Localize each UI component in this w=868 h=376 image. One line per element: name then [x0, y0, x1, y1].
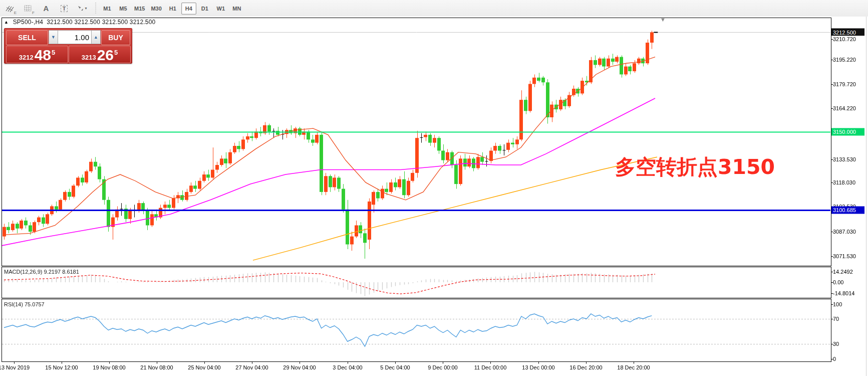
timeframe-m1-button[interactable]: M1: [100, 3, 115, 15]
timeframe-w1-button[interactable]: W1: [213, 3, 228, 15]
volume-input[interactable]: [58, 30, 91, 44]
timeframe-m5-button[interactable]: M5: [116, 3, 131, 15]
ask-price-display[interactable]: 3213265: [69, 46, 131, 63]
time-axis-label: 15 Nov 12:00: [45, 364, 78, 370]
volume-decrease-button[interactable]: ▼: [49, 30, 58, 44]
macd-axis-label: 14.2492: [833, 269, 853, 275]
bid-price-display[interactable]: 3212485: [6, 46, 68, 63]
sell-button[interactable]: SELL: [6, 30, 48, 45]
timeframe-m30-button[interactable]: M30: [148, 3, 164, 15]
price-axis-label: 3087.030: [833, 229, 856, 235]
chart-window: ▲ SP500-,H4 3212.500 3212.500 3212.500 3…: [0, 17, 868, 376]
time-axis-label: 9 Dec 00:00: [428, 364, 457, 370]
toolbar-separator: [95, 3, 96, 15]
buy-button[interactable]: BUY: [101, 30, 130, 45]
bid-small-digits: 3212: [19, 53, 34, 62]
price-axis-label: 3164.220: [833, 105, 856, 111]
rsi-axis-label: 70: [833, 316, 839, 322]
time-axis-label: 29 Nov 04:00: [283, 364, 316, 370]
ask-big-digits: 26: [97, 49, 114, 62]
symbol-period: SP500-,H4: [13, 19, 44, 26]
collapse-triangle-icon[interactable]: ▲: [4, 20, 9, 25]
macd-main-value: 9.2197: [44, 269, 61, 275]
rsi-axis-label: 100: [833, 301, 842, 307]
time-axis-label: 27 Nov 04:00: [235, 364, 268, 370]
timeframe-mn-button[interactable]: MN: [229, 3, 244, 15]
blue-line-badge: 3100.685: [831, 206, 864, 214]
indicators-icon[interactable]: E: [2, 2, 18, 16]
ask-sup-digit: 5: [114, 50, 118, 56]
timeframe-h1-button[interactable]: H1: [165, 3, 180, 15]
time-axis-label: 18 Dec 20:00: [617, 364, 650, 370]
timeframe-d1-button[interactable]: D1: [197, 3, 212, 15]
ask-small-digits: 3213: [82, 53, 96, 62]
time-axis-label: 16 Dec 20:00: [569, 364, 602, 370]
chart-shift-marker-icon[interactable]: ▼: [660, 17, 666, 23]
time-axis-label: 19 Nov 08:00: [93, 364, 125, 370]
current-price-badge: 3212.500: [831, 29, 864, 36]
macd-label: MACD(12,26,9) 9.2197 8.6181: [4, 269, 79, 275]
quote-open: 3212.500: [47, 19, 73, 26]
price-axis-label: 3118.030: [833, 179, 855, 185]
bid-sup-digit: 5: [52, 50, 55, 56]
timeframe-h4-button[interactable]: H4: [181, 3, 196, 15]
timeframe-m15-button[interactable]: M15: [132, 3, 147, 15]
time-axis-label: 11 Dec 00:00: [474, 364, 507, 370]
rsi-label: RSI(14) 75.0757: [4, 301, 45, 307]
time-axis-label: 13 Dec 00:00: [522, 364, 554, 370]
window-right-edge: [866, 17, 866, 376]
time-axis-label: 13 Nov 2019: [0, 364, 30, 370]
toolbar: E F A T ▾ M1 M5 M15 M30 H1 H4 D1 W1 MN: [0, 0, 868, 17]
textbox-icon[interactable]: T: [56, 2, 72, 16]
macd-signal-value: 8.6181: [62, 269, 79, 275]
time-axis-label: 3 Dec 04:00: [333, 364, 362, 370]
quote-low: 3212.500: [102, 19, 128, 26]
price-axis-label: 3210.720: [833, 36, 856, 42]
chart-annotation-text[interactable]: 多空转折点3150: [615, 153, 775, 181]
time-axis-label: 5 Dec 04:00: [380, 364, 410, 370]
price-axis-label: 3195.220: [833, 57, 856, 63]
volume-increase-button[interactable]: ▲: [91, 30, 101, 44]
text-icon[interactable]: A: [38, 2, 54, 16]
chart-canvas[interactable]: [0, 17, 868, 376]
grid-icon[interactable]: F: [20, 2, 36, 16]
time-axis-label: 21 Nov 08:00: [140, 364, 173, 370]
green-line-badge: 3150.000: [831, 128, 864, 135]
rsi-value: 75.0757: [25, 301, 45, 307]
volume-stepper: ▼ ▲: [49, 30, 101, 44]
macd-axis-label: 0.00: [833, 279, 843, 285]
quote-close: 3212.500: [130, 19, 156, 26]
bid-big-digits: 48: [35, 49, 51, 62]
price-axis-label: 3133.530: [833, 156, 856, 162]
macd-axis-label: -14.8014: [833, 290, 854, 296]
one-click-trading-panel: SELL ▼ ▲ BUY 3212485 3213265: [4, 28, 132, 64]
time-axis-label: 25 Nov 04:00: [188, 364, 220, 370]
quote-high: 3212.500: [74, 19, 100, 26]
mt4-application-window: E F A T ▾ M1 M5 M15 M30 H1 H4 D1 W1 MN ▲: [0, 0, 868, 376]
quote-header: ▲ SP500-,H4 3212.500 3212.500 3212.500 3…: [4, 19, 156, 26]
price-axis-label: 3179.720: [833, 81, 856, 87]
cursor-tools-icon[interactable]: ▾: [74, 2, 90, 16]
rsi-axis-label: 0: [833, 356, 836, 362]
price-axis-label: 3071.530: [833, 253, 856, 259]
rsi-axis-label: 30: [833, 341, 839, 347]
